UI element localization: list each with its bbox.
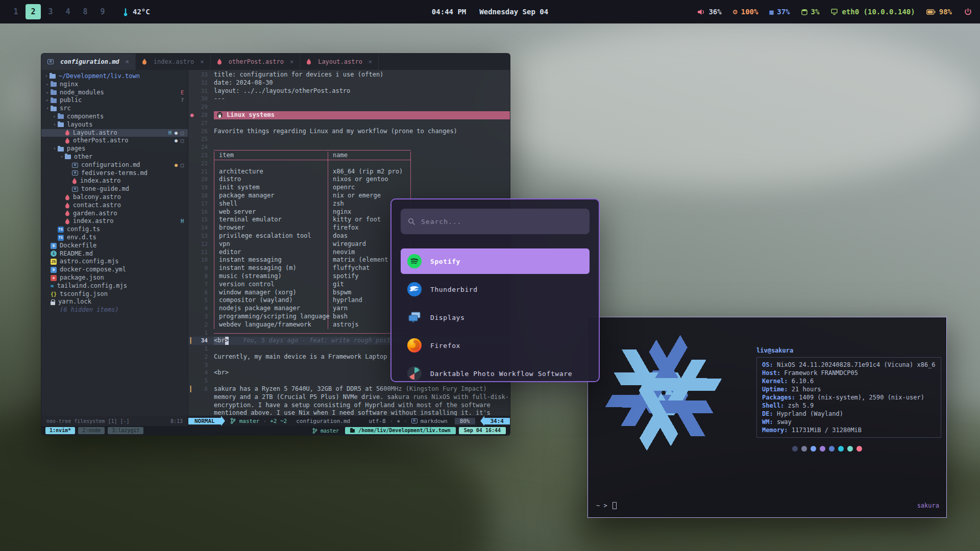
workspace-button-4[interactable]: 4 — [60, 4, 76, 19]
chevron-down-icon[interactable]: ▾ — [52, 145, 58, 153]
table-cell-name: nixos or gentoo — [328, 176, 411, 184]
workspace-button-9[interactable]: 9 — [95, 4, 110, 19]
tab-layout.astro[interactable]: Layout.astro× — [300, 54, 379, 70]
chevron-right-icon[interactable]: ▸ — [44, 89, 51, 97]
scroll-progress: 80% — [455, 418, 475, 424]
buffer-line: 31layout: ../../layouts/otherPost.astro — [188, 87, 510, 95]
workspace-button-1[interactable]: 1 — [8, 4, 23, 19]
tree-item-otherpost.astro[interactable]: otherPost.astro●□ — [41, 137, 188, 145]
tree-badge: □ — [181, 129, 184, 137]
astro-flame-icon — [65, 210, 70, 216]
chevron-right-icon[interactable]: ▸ — [44, 96, 51, 105]
tree-item-public[interactable]: ▸public? — [41, 96, 188, 105]
tab-label: index.astro — [154, 58, 194, 65]
tree-item-index.astro[interactable]: index.astro — [41, 177, 188, 185]
readme-icon: i — [51, 251, 57, 257]
tab-close-icon[interactable]: × — [126, 58, 129, 65]
fetch-value: 21 hours — [792, 386, 821, 393]
line-number: 2 — [195, 321, 208, 329]
tree-item-dockerfile[interactable]: DDockerfile — [41, 242, 188, 250]
volume-module[interactable]: 36% — [697, 8, 721, 16]
launcher-item-displays[interactable]: Displays — [401, 305, 590, 330]
tree-item-label: Layout.astro — [73, 129, 117, 137]
speaker-icon — [697, 9, 705, 15]
chevron-right-icon[interactable]: ▸ — [52, 113, 58, 121]
gutter-sign — [188, 95, 195, 103]
gutter-sign — [188, 103, 195, 111]
chevron-right-icon[interactable]: ▸ — [44, 81, 51, 89]
tree-item-package.json[interactable]: npackage.json — [41, 274, 188, 282]
tree-item-layouts[interactable]: ▾layouts — [41, 121, 188, 129]
folder-open-icon — [65, 155, 71, 159]
tree-badge: E — [181, 89, 184, 97]
file-encoding: utf-8 — [369, 418, 385, 424]
line-number: 12 — [195, 240, 208, 248]
fetch-label: Uptime: — [762, 386, 792, 393]
tree-item-tsconfig.json[interactable]: {}tsconfig.json — [41, 290, 188, 298]
tree-root[interactable]: ▾ ~/Development/liv.town — [41, 72, 188, 81]
search-input[interactable] — [420, 217, 582, 226]
tailwind-icon: ≈ — [51, 282, 54, 290]
chevron-down-icon[interactable]: ▾ — [59, 153, 65, 161]
chevron-down-icon[interactable]: ▾ — [52, 121, 58, 129]
tree-item-node_modules[interactable]: ▸node_modulesE — [41, 89, 188, 97]
tab-close-icon[interactable]: × — [290, 58, 293, 65]
tree-item-6hiddenitems[interactable]: (6 hidden items) — [41, 306, 188, 314]
fetch-terminal-window[interactable]: liv@sakura OS: NixOS 24.11.20240828.71e9… — [587, 317, 947, 518]
launcher-item-spotify[interactable]: Spotify — [401, 248, 590, 274]
launcher-item-firefox[interactable]: Firefox — [401, 333, 590, 358]
tree-item-layout.astro[interactable]: Layout.astroH●□ — [41, 129, 188, 137]
tree-item-config.ts[interactable]: TSconfig.ts — [41, 226, 188, 234]
tree-item-fediverse-terms.md[interactable]: Mfediverse-terms.md — [41, 169, 188, 178]
tree-item-label: astro.config.mjs — [60, 258, 119, 266]
tree-item-index.astro[interactable]: index.astroH — [41, 217, 188, 226]
tab-configuration.md[interactable]: Mconfiguration.md× — [41, 54, 136, 70]
markdown-icon: M — [72, 170, 78, 176]
tree-item-other[interactable]: ▾other — [41, 153, 188, 161]
tmux-window-2:node[interactable]: 2:node — [78, 427, 105, 434]
tree-item-pages[interactable]: ▾pages — [41, 145, 188, 153]
launcher-item-thunderbird[interactable]: Thunderbird — [401, 277, 590, 302]
tab-otherpost.astro[interactable]: otherPost.astro× — [211, 54, 301, 70]
workspace-button-8[interactable]: 8 — [78, 4, 93, 19]
folder-icon — [51, 98, 57, 103]
launcher-search[interactable] — [401, 209, 590, 234]
tmux-window-1:nvim[interactable]: 1:nvim* — [45, 427, 75, 434]
power-button[interactable] — [964, 8, 972, 16]
tree-item-configuration.md[interactable]: Mconfiguration.md●□ — [41, 161, 188, 169]
gutter-sign — [188, 216, 195, 224]
tree-item-env.d.ts[interactable]: TSenv.d.ts — [41, 234, 188, 242]
workspace-button-2[interactable]: 2 — [26, 4, 41, 19]
fetch-label: Packages: — [762, 394, 799, 401]
tree-item-balcony.astro[interactable]: balcony.astro — [41, 193, 188, 202]
workspace-button-3[interactable]: 3 — [43, 4, 58, 19]
tree-item-contact.astro[interactable]: contact.astro — [41, 202, 188, 210]
tab-close-icon[interactable]: × — [200, 58, 204, 65]
tree-item-src[interactable]: ▾src — [41, 105, 188, 113]
tree-item-tone-guide.md[interactable]: Mtone-guide.md — [41, 185, 188, 193]
thermometer-icon — [122, 8, 129, 16]
git-branch-icon — [312, 428, 317, 434]
launcher-item-darktable[interactable]: Darktable Photo Workflow Software — [401, 361, 590, 382]
fetch-value: 6.10.6 — [792, 378, 814, 385]
chevron-down-icon[interactable]: ▾ — [44, 105, 51, 113]
tree-item-readme.md[interactable]: iREADME.md — [41, 250, 188, 258]
tree-item-tailwind.config.mjs[interactable]: ≈tailwind.config.mjs — [41, 282, 188, 290]
tree-item-nginx[interactable]: ▸nginx — [41, 81, 188, 89]
tree-item-yarn.lock[interactable]: yarn.lock — [41, 298, 188, 306]
tab-close-icon[interactable]: × — [369, 58, 372, 65]
buffer-line: 24 — [188, 143, 510, 152]
tree-item-astro.config.mjs[interactable]: JSastro.config.mjs — [41, 258, 188, 266]
app-launcher[interactable]: SpotifyThunderbirdDisplaysFirefoxDarktab… — [390, 198, 600, 382]
line-number: 5 — [195, 296, 208, 305]
neotree-file-explorer[interactable]: ▾ ~/Development/liv.town ▸nginx▸node_mod… — [41, 70, 188, 416]
markdown-icon: M — [72, 163, 78, 168]
tmux-window-3:lazygit[interactable]: 3:lazygit — [108, 427, 143, 434]
cursor-position: 34:4 — [484, 418, 510, 424]
tree-item-docker-compose.yml[interactable]: Ddocker-compose.yml — [41, 266, 188, 274]
tree-item-garden.astro[interactable]: garden.astro — [41, 210, 188, 218]
tab-index.astro[interactable]: index.astro× — [136, 54, 211, 70]
tree-item-components[interactable]: ▸components — [41, 113, 188, 121]
temperature-value: 42°C — [133, 8, 150, 16]
fetch-info-line: Shell: zsh 5.9 — [762, 402, 936, 410]
